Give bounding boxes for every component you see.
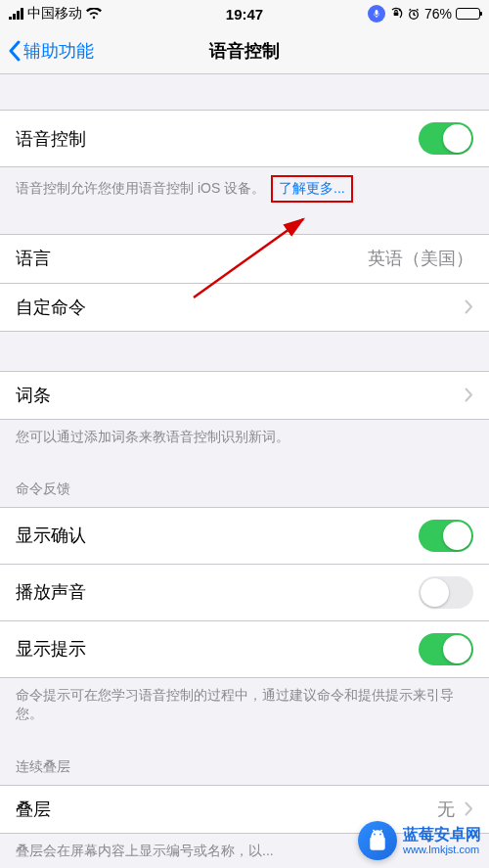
wifi-icon: [86, 8, 102, 20]
battery-icon: [456, 8, 480, 20]
language-label: 语言: [16, 247, 51, 270]
language-cell[interactable]: 语言 英语（美国）: [0, 234, 489, 283]
alarm-icon: [407, 7, 421, 21]
carrier-label: 中国移动: [27, 5, 82, 23]
status-left: 中国移动: [9, 5, 102, 23]
command-feedback-header: 命令反馈: [0, 472, 489, 507]
custom-commands-cell[interactable]: 自定命令: [0, 283, 489, 332]
show-confirmation-label: 显示确认: [16, 524, 86, 547]
chevron-right-icon: [465, 388, 473, 402]
show-confirmation-switch[interactable]: [419, 520, 473, 552]
watermark-url: www.lmkjst.com: [403, 844, 481, 855]
language-value: 英语（美国）: [368, 247, 473, 270]
overlay-label: 叠层: [16, 798, 51, 821]
show-hints-cell[interactable]: 显示提示: [0, 620, 489, 678]
nav-bar: 辅助功能 语音控制: [0, 27, 489, 74]
svg-point-3: [374, 834, 376, 836]
mic-indicator-icon: [368, 5, 385, 23]
status-time: 19:47: [226, 6, 263, 23]
orientation-lock-icon: [389, 7, 403, 21]
continuous-overlay-header: 连续叠层: [0, 750, 489, 785]
chevron-right-icon: [465, 299, 473, 314]
voice-control-footer: 语音控制允许您使用语音控制 iOS 设备。 了解更多...: [0, 167, 489, 210]
vocabulary-footer: 您可以通过添加词条来教语音控制识别新词。: [0, 420, 489, 455]
play-sound-cell[interactable]: 播放声音: [0, 564, 489, 620]
learn-more-link[interactable]: 了解更多...: [279, 180, 345, 196]
show-hints-label: 显示提示: [16, 637, 86, 661]
status-right: 76%: [368, 5, 480, 23]
svg-rect-0: [394, 13, 399, 17]
show-hints-switch[interactable]: [419, 633, 473, 665]
chevron-right-icon: [465, 801, 473, 816]
play-sound-switch[interactable]: [419, 576, 473, 609]
watermark-logo-icon: [358, 821, 397, 860]
voice-control-label: 语音控制: [16, 127, 86, 151]
play-sound-label: 播放声音: [16, 580, 86, 604]
status-bar: 中国移动 19:47 76%: [0, 0, 489, 27]
voice-control-switch[interactable]: [419, 122, 473, 155]
vocabulary-cell[interactable]: 词条: [0, 371, 489, 420]
vocabulary-label: 词条: [16, 384, 51, 407]
battery-percent-label: 76%: [424, 6, 452, 22]
chevron-left-icon: [8, 40, 22, 62]
watermark-title: 蓝莓安卓网: [403, 826, 481, 844]
cellular-signal-icon: [9, 8, 23, 20]
voice-control-toggle-cell[interactable]: 语音控制: [0, 110, 489, 167]
hints-footer: 命令提示可在您学习语音控制的过程中，通过建议命令和提供提示来引导您。: [0, 678, 489, 732]
back-button[interactable]: 辅助功能: [0, 39, 102, 63]
back-label: 辅助功能: [23, 39, 94, 63]
show-confirmation-cell[interactable]: 显示确认: [0, 507, 489, 564]
learn-more-highlight: 了解更多...: [271, 175, 353, 203]
overlay-value: 无: [437, 798, 455, 821]
custom-commands-label: 自定命令: [16, 296, 86, 319]
svg-point-4: [379, 834, 381, 836]
page-title: 语音控制: [209, 39, 280, 63]
watermark: 蓝莓安卓网 www.lmkjst.com: [358, 821, 481, 860]
